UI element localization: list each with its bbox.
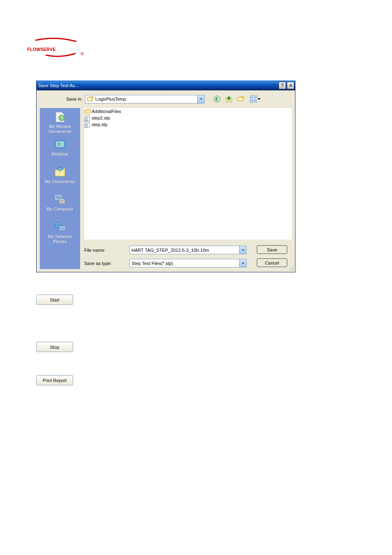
recent-documents-icon [53,111,67,124]
place-label: My RecentDocuments [48,124,71,134]
svg-rect-9 [254,99,256,101]
place-label: Desktop [52,152,68,157]
help-button[interactable]: ? [279,82,286,89]
svg-rect-20 [60,227,64,230]
svg-point-37 [293,266,293,267]
svg-rect-8 [251,99,253,101]
svg-rect-17 [60,202,64,203]
place-label: My Computer [46,207,74,212]
network-places-icon [53,221,67,234]
file-name: AdditionalFiles [92,109,121,114]
svg-text:FLOWSERVE: FLOWSERVE [27,47,55,52]
place-my-documents[interactable]: My Documents [40,163,80,186]
place-my-computer[interactable]: My Computer [40,191,80,213]
svg-rect-23 [86,117,89,117]
desktop-icon [53,138,67,151]
folder-icon [84,108,91,115]
save-as-type-combo[interactable]: Step Test Files(*.stp) [129,259,247,267]
svg-rect-15 [59,199,65,204]
svg-rect-28 [86,124,89,124]
resize-grip-icon[interactable] [289,266,294,271]
list-item[interactable]: AdditionalFiles [84,108,292,115]
place-label: My NetworkPlaces [48,234,72,244]
dialog-titlebar[interactable]: Save Step Test As... ? ✕ [37,81,295,90]
save-as-type-label: Save as type: [84,261,129,266]
svg-point-2 [214,96,220,102]
file-list[interactable]: AdditionalFiles step2.stp step.stp [84,108,292,240]
file-name-label: File name: [84,248,129,253]
svg-rect-22 [86,116,89,117]
svg-rect-7 [254,97,256,99]
views-menu-button[interactable] [249,94,262,104]
svg-point-40 [293,269,293,270]
svg-rect-16 [60,200,64,201]
save-button[interactable]: Save [257,245,287,254]
svg-rect-25 [85,118,87,121]
new-folder-icon[interactable] [237,95,245,103]
svg-point-42 [289,269,290,270]
file-name: step2.stp [92,115,110,120]
save-dialog: Save Step Test As... ? ✕ Save in: LogixP… [36,81,295,272]
close-button[interactable]: ✕ [287,82,294,89]
places-bar: My RecentDocuments Desktop My Documents [40,108,80,269]
file-icon [84,115,91,121]
file-icon [84,121,91,128]
list-item[interactable]: step2.stp [84,115,292,121]
save-in-label: Save in: [37,97,83,101]
svg-point-38 [293,268,293,269]
my-documents-icon [53,166,67,179]
list-item[interactable]: step.stp [84,121,292,128]
stop-button[interactable]: Stop [36,342,73,352]
cancel-button[interactable]: Cancel [257,258,287,267]
place-label: My Documents [45,179,75,184]
svg-point-39 [291,268,292,269]
back-icon[interactable] [213,95,221,103]
save-as-type-value: Step Test Files(*.stp) [131,261,173,266]
chevron-down-icon[interactable] [239,259,246,267]
file-name-value: HART TAG_STEP_2012-5-3_10h-10m [131,248,209,253]
place-my-network-places[interactable]: My NetworkPlaces [40,218,80,246]
svg-text:®: ® [81,51,84,56]
place-my-recent-documents[interactable]: My RecentDocuments [40,108,80,136]
place-desktop[interactable]: Desktop [40,136,80,158]
up-one-level-icon[interactable] [225,95,233,103]
svg-point-41 [291,269,292,270]
start-button[interactable]: Start [36,295,73,305]
file-name: step.stp [92,122,108,127]
chevron-down-icon[interactable] [239,246,246,254]
save-in-combo[interactable]: LogixPlusTemp [85,95,205,104]
file-name-input[interactable]: HART TAG_STEP_2012-5-3_10h-10m [129,246,247,254]
print-report-button[interactable]: Print Report [36,375,73,385]
save-in-value: LogixPlusTemp [95,97,197,101]
dialog-title: Save Step Test As... [38,83,279,88]
chevron-down-icon[interactable] [197,95,204,103]
my-computer-icon [53,193,67,206]
svg-rect-30 [85,125,87,127]
svg-rect-6 [251,97,253,99]
flowserve-logo: FLOWSERVE ® [27,37,85,60]
svg-rect-27 [86,123,89,123]
folder-open-icon [87,96,94,102]
